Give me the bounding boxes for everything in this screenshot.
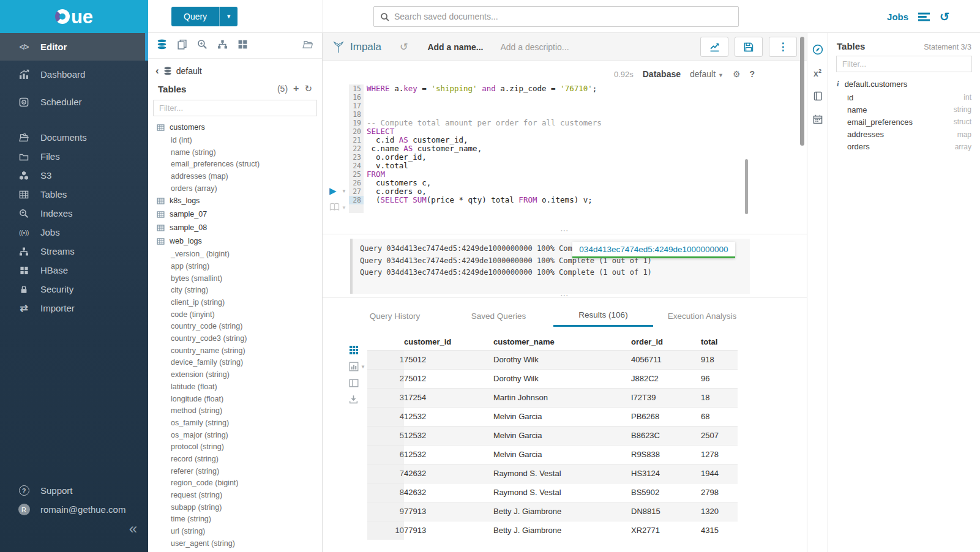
jobs-list-icon[interactable] — [918, 12, 930, 21]
back-icon[interactable]: ‹ — [155, 65, 159, 77]
right-filter-input[interactable] — [837, 56, 971, 72]
assist-column[interactable]: addresses (map) — [148, 170, 322, 182]
query-button[interactable]: Query — [171, 7, 219, 26]
active-table-row[interactable]: i default.customers — [828, 72, 980, 91]
tab-results-106-[interactable]: Results (106) — [553, 305, 653, 327]
tab-saved-queries[interactable]: Saved Queries — [460, 305, 537, 327]
assist-column[interactable]: code (tinyint) — [148, 308, 322, 321]
table-row[interactable]: 842632Raymond S. VestalBS59022798 — [367, 483, 738, 502]
assist-column[interactable]: protocol (string) — [148, 441, 322, 453]
sidebar-item-jobs[interactable]: ((•))Jobs — [0, 223, 148, 242]
zoom-in-icon[interactable] — [197, 39, 208, 52]
resize-handle-top[interactable]: ⋯ — [323, 228, 807, 233]
assist-column[interactable]: record (string) — [148, 453, 322, 465]
query-description-field[interactable]: Add a descriptio... — [500, 42, 569, 52]
language-reference-caret[interactable]: ▼ — [342, 205, 346, 211]
sidebar-item-support[interactable]: ? Support — [0, 481, 148, 500]
assist-column[interactable]: subapp (string) — [148, 501, 322, 513]
chart-type-caret[interactable]: ▼ — [361, 364, 365, 370]
assist-column[interactable]: os_major (string) — [148, 429, 322, 441]
assist-column[interactable]: id (int) — [148, 134, 322, 146]
editor-history-icon[interactable]: ↺ — [400, 41, 408, 53]
settings-gear-icon[interactable]: ⚙ — [733, 69, 741, 79]
assist-column[interactable]: email_preferences (struct) — [148, 158, 322, 170]
execute-button[interactable]: ▶ — [329, 185, 337, 196]
results-column-header[interactable]: customer_id — [404, 334, 493, 350]
sidebar-item-dashboard[interactable]: Dashboard — [0, 61, 148, 88]
assist-column[interactable]: city (string) — [148, 285, 322, 297]
search-input[interactable] — [394, 12, 732, 21]
assist-table-sample_07[interactable]: sample_07 — [148, 207, 322, 221]
jobs-link[interactable]: Jobs — [887, 12, 908, 22]
sidebar-item-files[interactable]: Files — [0, 147, 148, 166]
tab-query-history[interactable]: Query History — [358, 305, 432, 327]
grid-view-icon[interactable] — [349, 345, 365, 355]
table-row[interactable]: 612532Melvin GarciaR9S8381278 — [367, 445, 738, 464]
assist-column[interactable]: method (string) — [148, 405, 322, 417]
results-column-header[interactable]: customer_name — [493, 334, 631, 350]
assist-column[interactable]: os_family (string) — [148, 417, 322, 429]
help-icon[interactable]: ? — [749, 69, 755, 79]
assist-column[interactable]: region_code (bigint) — [148, 477, 322, 490]
documents-assist-icon[interactable] — [177, 39, 187, 52]
save-button[interactable] — [735, 37, 763, 57]
sidebar-item-documents[interactable]: Documents — [0, 128, 148, 147]
table-row[interactable]: 977913Betty J. GiambroneDN88151320 — [367, 502, 738, 521]
assist-column[interactable]: referer (string) — [148, 465, 322, 477]
assist-column[interactable]: time (string) — [148, 513, 322, 526]
functions-icon[interactable]: x2 — [807, 61, 828, 84]
assist-column[interactable]: url (string) — [148, 525, 322, 537]
right-column-email_preferences[interactable]: email_preferencesstruct — [828, 116, 980, 128]
table-row[interactable]: 275012Dorothy WilkJ882C296 — [367, 369, 738, 388]
fixed-columns-icon[interactable] — [349, 378, 365, 388]
query-history-icon[interactable]: ↺ — [940, 10, 949, 24]
sidebar-item-indexes[interactable]: Indexes — [0, 204, 148, 223]
assist-column[interactable]: _version_ (bigint) — [148, 248, 322, 260]
resize-handle-bottom[interactable]: ⋯ — [323, 293, 807, 297]
right-column-name[interactable]: namestring — [828, 103, 980, 116]
collapse-sidebar-button[interactable]: « — [129, 520, 137, 537]
folder-open-icon[interactable] — [302, 39, 313, 52]
assist-column[interactable]: country_code (string) — [148, 321, 322, 333]
assist-table-web_logs[interactable]: web_logs — [148, 234, 322, 248]
right-column-orders[interactable]: ordersarray — [828, 141, 980, 153]
sidebar-item-account[interactable]: R romain@gethue.com — [0, 500, 148, 519]
assist-column[interactable]: request (string) — [148, 489, 322, 501]
right-column-id[interactable]: idint — [828, 91, 980, 103]
table-row[interactable]: 742632Raymond S. VestalHS31241944 — [367, 464, 738, 483]
sidebar-item-s3[interactable]: S3 — [0, 166, 148, 185]
results-column-header[interactable]: total — [701, 334, 738, 350]
sidebar-item-tables[interactable]: Tables — [0, 185, 148, 204]
assist-table-k8s_logs[interactable]: k8s_logs — [148, 194, 322, 207]
sidebar-item-editor[interactable]: </>Editor — [0, 33, 148, 61]
table-row[interactable]: 175012Dorothy Wilk4056711918 — [367, 350, 738, 369]
chart-view-icon[interactable]: ▼ — [349, 362, 365, 371]
assist-table-customers[interactable]: customers — [148, 121, 322, 134]
sql-editor[interactable]: WHERE a.key = 'shipping' and a.zip_code … — [367, 84, 602, 204]
sidebar-item-security[interactable]: Security — [0, 280, 148, 299]
execute-options-caret[interactable]: ▼ — [342, 188, 346, 194]
assist-column[interactable]: country_name (string) — [148, 345, 322, 357]
chart-button[interactable] — [700, 37, 728, 57]
results-column-header[interactable]: order_id — [631, 334, 701, 350]
assist-column[interactable]: name (string) — [148, 146, 322, 159]
sitemap-icon[interactable] — [217, 39, 228, 52]
editor-scrollbar[interactable] — [745, 159, 748, 214]
table-row[interactable]: 512532Melvin GarciaB8623C2507 — [367, 426, 738, 445]
right-column-addresses[interactable]: addressesmap — [828, 129, 980, 141]
add-table-icon[interactable]: + — [293, 83, 299, 94]
assist-column[interactable]: device_family (string) — [148, 357, 322, 369]
language-reference-icon[interactable] — [329, 203, 340, 211]
assistant-compass-icon[interactable] — [807, 38, 828, 61]
query-dropdown-caret[interactable]: ▼ — [219, 7, 238, 26]
main-scrollbar[interactable] — [800, 37, 804, 146]
table-row[interactable]: 412532Melvin GarciaPB626868 — [367, 407, 738, 426]
schedule-calendar-icon[interactable] — [807, 108, 828, 131]
database-name[interactable]: default — [176, 66, 202, 76]
apps-grid-icon[interactable] — [238, 39, 248, 52]
assist-column[interactable]: country_code3 (string) — [148, 332, 322, 345]
table-row[interactable]: 1077913Betty J. GiambroneXR27714315 — [367, 521, 738, 540]
assist-column[interactable]: orders (array) — [148, 182, 322, 195]
assist-table-sample_08[interactable]: sample_08 — [148, 221, 322, 234]
query-id-popover[interactable]: 034d413ec7474ed5:4249de1000000000 — [572, 242, 735, 258]
